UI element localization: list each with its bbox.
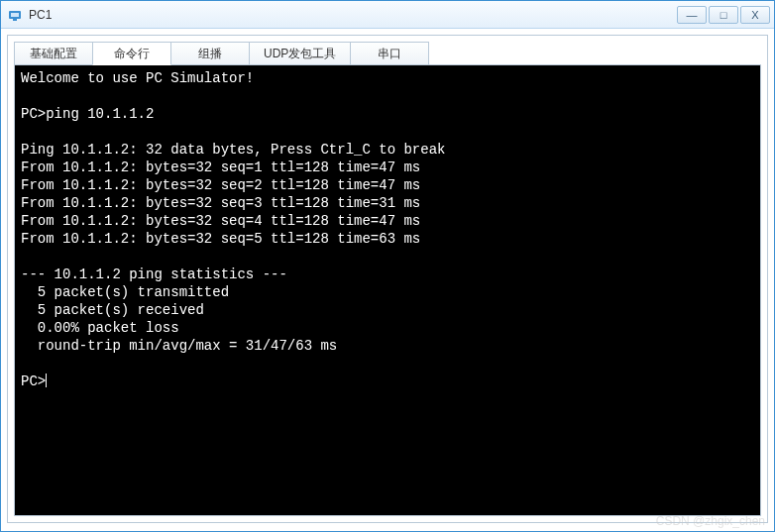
terminal-line: --- 10.1.1.2 ping statistics --- [21,266,754,283]
svg-rect-1 [11,13,19,17]
svg-rect-2 [13,19,17,21]
terminal-line [21,123,754,141]
terminal-line [21,355,754,372]
maximize-button[interactable]: □ [709,6,738,24]
terminal-line: From 10.1.1.2: bytes=32 seq=1 ttl=128 ti… [21,159,754,176]
tab-bar: 基础配置 命令行 组播 UDP发包工具 串口 [14,42,761,65]
tab-command-line[interactable]: 命令行 [92,42,171,65]
terminal-cursor [46,373,47,387]
terminal-line: From 10.1.1.2: bytes=32 seq=2 ttl=128 ti… [21,176,754,194]
terminal-line [21,87,754,105]
terminal-prompt: PC> [21,373,46,389]
terminal-line: From 10.1.1.2: bytes=32 seq=4 ttl=128 ti… [21,212,754,230]
inner-frame: 基础配置 命令行 组播 UDP发包工具 串口 Welcome to use PC… [7,35,768,523]
titlebar[interactable]: PC1 — □ X [1,1,774,29]
tab-serial[interactable]: 串口 [350,42,429,65]
tab-multicast[interactable]: 组播 [170,42,250,65]
terminal[interactable]: Welcome to use PC Simulator! PC>ping 10.… [14,64,761,516]
watermark: CSDN @zhgix_chen [656,514,765,528]
app-icon [7,7,23,23]
terminal-line: 5 packet(s) transmitted [21,283,754,301]
terminal-line: Ping 10.1.1.2: 32 data bytes, Press Ctrl… [21,141,754,159]
terminal-line: 0.00% packet loss [21,319,754,337]
terminal-line: PC>ping 10.1.1.2 [21,105,754,123]
terminal-line: 5 packet(s) received [21,301,754,319]
terminal-line: From 10.1.1.2: bytes=32 seq=5 ttl=128 ti… [21,230,754,248]
close-button[interactable]: X [740,6,770,24]
terminal-line: round-trip min/avg/max = 31/47/63 ms [21,337,754,355]
tab-udp-tool[interactable]: UDP发包工具 [249,42,351,65]
terminal-line: From 10.1.1.2: bytes=32 seq=3 ttl=128 ti… [21,194,754,212]
window-controls: — □ X [677,6,770,24]
content-area: 基础配置 命令行 组播 UDP发包工具 串口 Welcome to use PC… [1,29,774,531]
tab-basic-config[interactable]: 基础配置 [14,42,93,65]
window-title: PC1 [29,8,677,22]
terminal-line: Welcome to use PC Simulator! [21,69,754,87]
minimize-button[interactable]: — [677,6,707,24]
app-window: PC1 — □ X 基础配置 命令行 组播 UDP发包工具 串口 Welcome… [0,0,775,532]
terminal-line [21,248,754,266]
